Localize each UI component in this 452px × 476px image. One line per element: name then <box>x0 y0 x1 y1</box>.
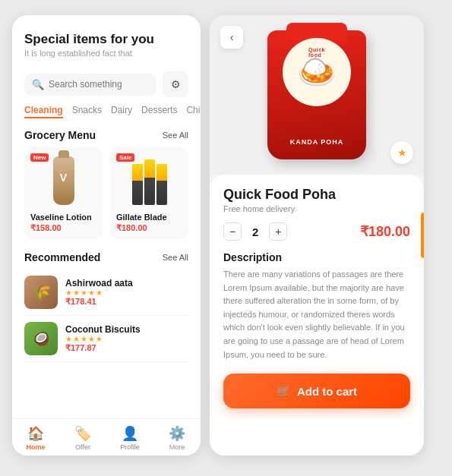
poha-product-label: KANDA POHA <box>267 138 366 146</box>
search-bar: 🔍 ⚙ <box>12 71 201 97</box>
badge-sale: Sale <box>116 153 134 162</box>
razor-name: Gillate Blade <box>116 213 182 222</box>
recommended-section-header: Recommended See All <box>12 248 201 270</box>
grocery-see-all[interactable]: See All <box>163 131 188 140</box>
orange-accent-tab <box>421 213 424 258</box>
increase-quantity-button[interactable]: + <box>269 222 287 241</box>
delivery-badge: Free home delivery <box>223 204 410 213</box>
grocery-section-header: Grocery Menu See All <box>12 126 201 147</box>
tab-chicken[interactable]: Chicken <box>186 105 201 118</box>
favorite-button[interactable]: ★ <box>390 141 413 164</box>
badge-new: New <box>30 153 49 162</box>
profile-icon: 👤 <box>122 425 138 442</box>
nav-home-label: Home <box>26 443 45 451</box>
nav-profile-label: Profile <box>120 443 140 451</box>
home-icon: 🏠 <box>27 425 44 442</box>
left-header: Special items for you It is long establi… <box>12 15 201 65</box>
grocery-card-razor[interactable]: Sale Gillate Blade ₹180.00 <box>110 147 188 239</box>
bag-label: 🍛 Quickfood <box>283 38 351 106</box>
star-icon: ★ <box>397 147 407 159</box>
tab-cleaning[interactable]: Cleaning <box>24 105 63 118</box>
aata-info: Ashirwoad aata ★★★★★ ₹178.41 <box>65 278 188 307</box>
nav-more-label: More <box>169 443 185 451</box>
aata-price: ₹178.41 <box>65 297 188 307</box>
product-image-area: ‹ 🍛 Quickfood KANDA POHA ★ <box>210 15 424 175</box>
nav-profile[interactable]: 👤 Profile <box>106 425 153 451</box>
tab-snacks[interactable]: Snacks <box>72 105 102 118</box>
offer-icon: 🏷️ <box>74 425 91 442</box>
aata-stars: ★★★★★ <box>65 288 188 297</box>
grocery-title: Grocery Menu <box>24 129 96 141</box>
vaseline-price: ₹158.00 <box>30 223 96 233</box>
more-icon: ⚙️ <box>169 425 185 442</box>
add-to-cart-label: Add to cart <box>297 385 357 398</box>
recommended-title: Recommended <box>24 251 100 263</box>
filter-button[interactable]: ⚙ <box>163 71 188 97</box>
search-input[interactable] <box>49 79 149 90</box>
description-title: Description <box>223 251 410 263</box>
razor-set-icon <box>132 156 167 205</box>
app-subtitle: It is long established fact that <box>24 49 188 58</box>
aata-image <box>24 276 58 309</box>
vaseline-name: Vaseline Lotion <box>30 213 96 222</box>
search-icon: 🔍 <box>32 79 44 90</box>
qty-price-row: − 2 + ₹180.00 <box>223 222 410 241</box>
product-details: Quick Food Poha Free home delivery − 2 +… <box>210 175 424 456</box>
cart-icon: 🛒 <box>277 384 291 398</box>
category-tabs: Cleaning Snacks Dairy Desserts Chicken <box>12 105 201 126</box>
biscuit-price: ₹177.87 <box>65 343 188 353</box>
filter-icon: ⚙ <box>171 78 181 90</box>
bottom-nav: 🏠 Home 🏷️ Offer 👤 Profile ⚙️ More <box>12 418 201 456</box>
razor-price: ₹180.00 <box>116 223 182 233</box>
tab-dairy[interactable]: Dairy <box>111 105 132 118</box>
app-title: Special items for you <box>24 32 188 47</box>
back-button[interactable]: ‹ <box>220 26 243 49</box>
nav-offer[interactable]: 🏷️ Offer <box>59 425 106 451</box>
nav-offer-label: Offer <box>75 443 90 451</box>
add-to-cart-button[interactable]: 🛒 Add to cart <box>223 374 410 408</box>
biscuit-image <box>24 322 58 355</box>
grocery-card-vaseline[interactable]: New Vaseline Lotion ₹158.00 <box>24 147 103 239</box>
nav-home[interactable]: 🏠 Home <box>12 425 59 451</box>
nav-more[interactable]: ⚙️ More <box>153 425 201 451</box>
recommended-list: Ashirwoad aata ★★★★★ ₹178.41 Coconut Bis… <box>12 270 201 418</box>
tab-desserts[interactable]: Desserts <box>141 105 177 118</box>
rec-item-aata[interactable]: Ashirwoad aata ★★★★★ ₹178.41 <box>24 270 188 316</box>
quantity-value: 2 <box>252 225 258 238</box>
biscuit-stars: ★★★★★ <box>65 335 188 343</box>
brand-name: Quickfood <box>308 47 325 58</box>
vaseline-bottle-icon <box>53 156 74 205</box>
product-name: Quick Food Poha <box>223 187 410 203</box>
product-price: ₹180.00 <box>360 223 410 240</box>
quantity-control: − 2 + <box>223 222 287 241</box>
biscuit-info: Coconut Biscuits ★★★★★ ₹177.87 <box>65 324 188 353</box>
decrease-quantity-button[interactable]: − <box>223 222 242 241</box>
search-input-wrap[interactable]: 🔍 <box>24 74 156 96</box>
biscuit-name: Coconut Biscuits <box>65 324 188 335</box>
grocery-grid: New Vaseline Lotion ₹158.00 Sale Gillat <box>12 147 201 248</box>
right-phone: ‹ 🍛 Quickfood KANDA POHA ★ Quick Food Po… <box>210 15 424 456</box>
product-image: 🍛 Quickfood KANDA POHA <box>267 30 366 159</box>
poha-bowl-icon: 🍛 <box>297 56 337 88</box>
back-icon: ‹ <box>230 31 234 43</box>
recommended-see-all[interactable]: See All <box>163 253 188 262</box>
aata-name: Ashirwoad aata <box>65 278 188 288</box>
left-phone: Special items for you It is long establi… <box>12 15 201 456</box>
rec-item-biscuit[interactable]: Coconut Biscuits ★★★★★ ₹177.87 <box>24 316 188 362</box>
description-text: There are many variations of passages ar… <box>223 268 410 361</box>
